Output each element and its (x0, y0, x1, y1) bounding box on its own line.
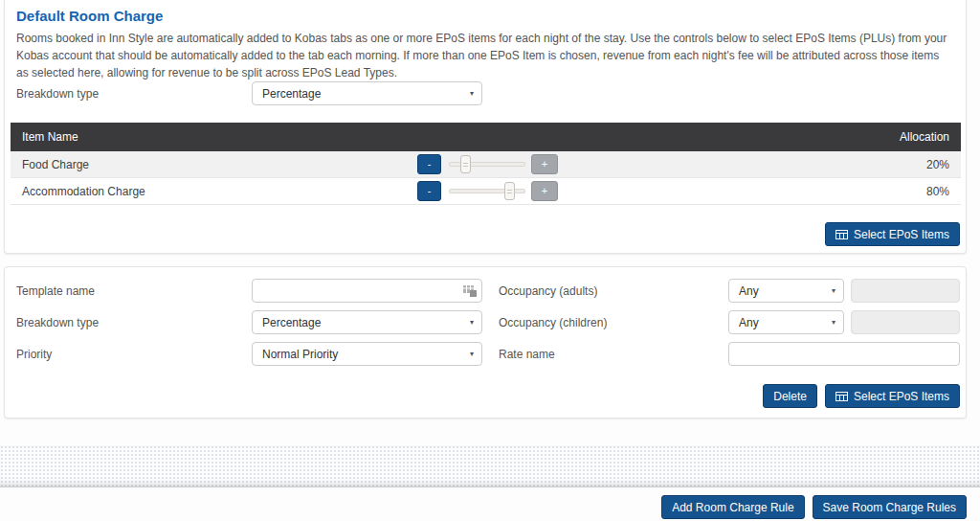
rate-name-input[interactable] (728, 342, 960, 366)
item-name: Accommodation Charge (11, 185, 417, 198)
breakdown-type-label: Breakdown type (16, 316, 99, 329)
add-room-charge-rule-button[interactable]: Add Room Charge Rule (661, 495, 804, 519)
breakdown-type-label: Breakdown type (16, 87, 99, 101)
slider-handle[interactable] (504, 182, 515, 200)
epos-grid-icon (835, 230, 848, 239)
item-name: Food Charge (11, 158, 417, 171)
save-room-charge-rules-button[interactable]: Save Room Charge Rules (813, 495, 967, 519)
table-row: Food Charge - + 20% (11, 151, 961, 178)
occupancy-adults-value: Any (739, 284, 759, 298)
occupancy-adults-number-input (851, 279, 960, 303)
select-epos-items-label: Select EPoS Items (854, 390, 949, 403)
add-room-charge-rule-label: Add Room Charge Rule (672, 501, 793, 514)
slider-handle[interactable] (460, 155, 471, 173)
epos-grid-icon (835, 392, 848, 401)
allocation-slider-track[interactable] (449, 162, 525, 167)
select-epos-items-button[interactable]: Select EPoS Items (825, 222, 960, 246)
rule-breakdown-type-select[interactable]: Percentage ▾ (252, 310, 482, 334)
template-name-label: Template name (16, 284, 95, 298)
page-title: Default Room Charge (16, 8, 163, 24)
rate-name-label: Rate name (499, 348, 555, 361)
allocation-slider: - + (417, 181, 558, 201)
occupancy-children-select[interactable]: Any ▾ (728, 310, 844, 334)
template-name-input[interactable] (252, 279, 482, 303)
caret-down-icon: ▾ (470, 319, 474, 327)
increase-allocation-button[interactable]: + (531, 154, 558, 174)
room-charge-rule-panel: Template name Occupancy (adults) Any ▾ B… (4, 266, 967, 419)
allocation-table-header: Item Name Allocation (11, 123, 961, 151)
column-item-name: Item Name (11, 130, 78, 144)
rule-breakdown-type-value: Percentage (262, 316, 321, 329)
page-description: Rooms booked in Inn Style are automatica… (16, 30, 952, 81)
select-epos-items-label: Select EPoS Items (854, 228, 949, 241)
caret-down-icon: ▾ (470, 351, 474, 358)
allocation-value: 80% (926, 185, 961, 198)
caret-down-icon: ▾ (832, 287, 835, 295)
save-room-charge-rules-label: Save Room Charge Rules (823, 501, 956, 514)
allocation-table: Item Name Allocation Food Charge - + 20%… (11, 123, 961, 205)
delete-label: Delete (773, 390, 807, 403)
occupancy-children-label: Occupancy (children) (499, 316, 607, 329)
caret-down-icon: ▾ (470, 90, 474, 98)
allocation-value: 20% (926, 158, 961, 171)
autofill-grid-icon (462, 284, 477, 297)
decrease-allocation-button[interactable]: - (417, 181, 441, 201)
column-allocation: Allocation (900, 130, 961, 144)
priority-label: Priority (16, 348, 52, 361)
increase-allocation-button[interactable]: + (531, 181, 558, 201)
room-charge-settings-page: Default Room Charge Rooms booked in Inn … (0, 0, 980, 521)
priority-select[interactable]: Normal Priority ▾ (252, 342, 482, 366)
occupancy-adults-select[interactable]: Any ▾ (728, 279, 844, 303)
default-room-charge-panel: Default Room Charge Rooms booked in Inn … (4, 0, 967, 254)
occupancy-children-number-input (851, 310, 960, 334)
delete-button[interactable]: Delete (763, 384, 817, 408)
caret-down-icon: ▾ (832, 319, 835, 327)
occupancy-children-value: Any (739, 316, 759, 329)
breakdown-type-select[interactable]: Percentage ▾ (252, 81, 482, 105)
select-epos-items-button[interactable]: Select EPoS Items (825, 384, 960, 408)
footer-actions: Add Room Charge Rule Save Room Charge Ru… (661, 495, 967, 519)
allocation-slider-track[interactable] (449, 189, 525, 193)
table-row: Accommodation Charge - + 80% (11, 178, 961, 205)
breakdown-type-value: Percentage (262, 87, 321, 101)
occupancy-adults-label: Occupancy (adults) (499, 284, 597, 298)
empty-rule-drop-zone (0, 445, 980, 487)
priority-value: Normal Priority (262, 348, 338, 361)
decrease-allocation-button[interactable]: - (417, 154, 441, 174)
allocation-slider: - + (417, 154, 558, 174)
